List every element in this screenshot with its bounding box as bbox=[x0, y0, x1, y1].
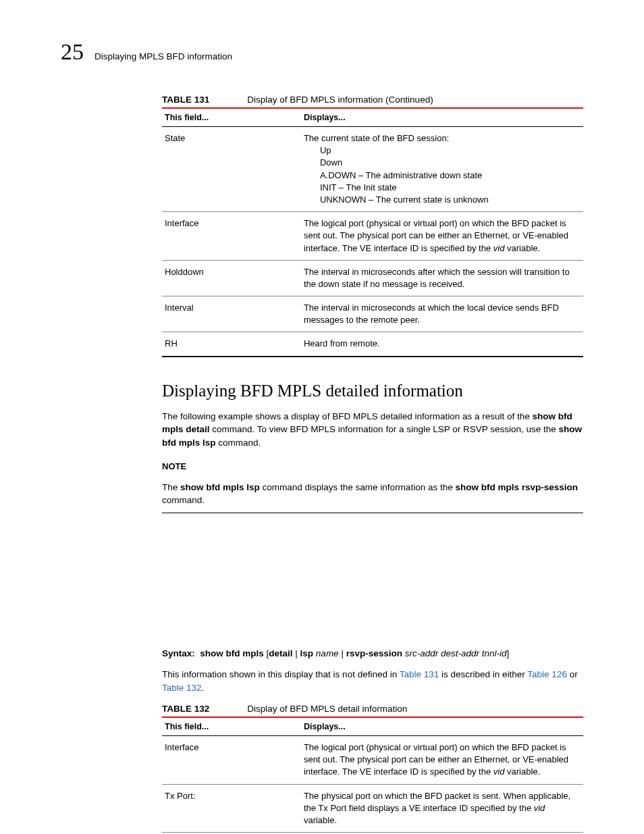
table-row: Interface The logical port (physical or … bbox=[162, 736, 583, 785]
syntax-label: Syntax: bbox=[162, 648, 195, 658]
command-text: show bfd mpls rsvp-session bbox=[455, 482, 578, 492]
syntax-option: detail bbox=[269, 648, 292, 658]
table-link[interactable]: Table 126 bbox=[527, 669, 567, 679]
text: The bbox=[162, 482, 180, 492]
text: | bbox=[293, 648, 300, 658]
section-paragraph: This information shown in this display t… bbox=[162, 668, 583, 694]
table-row: Interval The interval in microseconds at… bbox=[162, 296, 583, 332]
document-page: 25 Displaying MPLS BFD information TABLE… bbox=[0, 0, 644, 834]
table-link[interactable]: Table 131 bbox=[400, 669, 439, 679]
table-row: State The current state of the BFD sessi… bbox=[162, 127, 583, 212]
text: ] bbox=[507, 648, 510, 658]
table-row: Holddown The interval in microseconds af… bbox=[162, 260, 583, 296]
table132-caption: TABLE 132 Display of BFD MPLS detail inf… bbox=[162, 704, 583, 718]
table131-head-field: This field... bbox=[162, 109, 301, 127]
text: or bbox=[567, 669, 578, 679]
table-cell-field: Interface bbox=[162, 212, 301, 261]
table-link[interactable]: Table 132 bbox=[162, 683, 202, 693]
text: | bbox=[339, 648, 346, 658]
syntax-command: show bfd mpls bbox=[200, 648, 264, 658]
table-cell-field: State bbox=[162, 127, 301, 212]
command-text: show bfd mpls lsp bbox=[180, 482, 260, 492]
table131-label: TABLE 131 bbox=[162, 95, 209, 105]
text: command. bbox=[162, 495, 205, 505]
table132-head-field: This field... bbox=[162, 718, 301, 736]
table-cell-displays: The logical port (physical or virtual po… bbox=[301, 736, 583, 785]
table-cell-displays: Heard from remote. bbox=[301, 332, 583, 357]
text: This information shown in this display t… bbox=[162, 669, 400, 679]
note-label: NOTE bbox=[162, 461, 583, 471]
table131-caption: TABLE 131 Display of BFD MPLS informatio… bbox=[162, 95, 583, 109]
text: The following example shows a display of… bbox=[162, 411, 533, 421]
cell-text: The physical port on which the BFD packe… bbox=[304, 791, 570, 825]
table131-head-displays: Displays... bbox=[301, 109, 583, 127]
table-cell-displays: The logical port (physical or virtual po… bbox=[301, 212, 583, 261]
table-row: Interface The logical port (physical or … bbox=[162, 212, 583, 261]
table132: This field... Displays... Interface The … bbox=[162, 718, 583, 834]
syntax-option: lsp bbox=[300, 648, 314, 658]
cell-text: The logical port (physical or virtual po… bbox=[304, 218, 568, 253]
table132-wrapper: TABLE 132 Display of BFD MPLS detail inf… bbox=[162, 704, 583, 834]
table132-label: TABLE 132 bbox=[162, 704, 209, 714]
section-heading: Displaying BFD MPLS detailed information bbox=[162, 382, 583, 400]
table-cell-displays: The interval in microseconds after which… bbox=[301, 260, 583, 296]
text: command. bbox=[216, 438, 261, 448]
text: . bbox=[202, 683, 205, 693]
table-cell-field: RH bbox=[162, 332, 301, 357]
table-cell-displays: The physical port on which the BFD packe… bbox=[301, 784, 583, 833]
text: is described in either bbox=[439, 669, 527, 679]
table132-head-displays: Displays... bbox=[301, 718, 583, 736]
table132-title: Display of BFD MPLS detail information bbox=[247, 704, 407, 714]
content-area: TABLE 131 Display of BFD MPLS informatio… bbox=[162, 95, 583, 834]
cell-text: The logical port (physical or virtual po… bbox=[304, 742, 568, 777]
page-header-title: Displaying MPLS BFD information bbox=[95, 51, 232, 61]
section-paragraph: The following example shows a display of… bbox=[162, 410, 583, 450]
table131-title: Display of BFD MPLS information (Continu… bbox=[247, 95, 433, 105]
cell-text: A.DOWN – The administrative down state bbox=[304, 170, 581, 182]
syntax-option: rsvp-session bbox=[346, 648, 402, 658]
table-cell-displays: The current state of the BFD session: Up… bbox=[301, 127, 583, 212]
cell-text: The current state of the BFD session: bbox=[304, 133, 449, 143]
page-number: 25 bbox=[61, 39, 84, 65]
table131: This field... Displays... State The curr… bbox=[162, 109, 583, 357]
syntax-line: Syntax: show bfd mpls [detail | lsp name… bbox=[162, 648, 583, 658]
page-header: 25 Displaying MPLS BFD information bbox=[61, 39, 583, 65]
table-cell-field: Holddown bbox=[162, 260, 301, 296]
cell-text: UNKNOWN – The current state is unknown bbox=[304, 194, 581, 206]
cell-text: INIT – The Init state bbox=[304, 182, 581, 194]
table-cell-field: Interval bbox=[162, 296, 301, 332]
text: command displays the same information as… bbox=[260, 482, 456, 492]
syntax-arg: name bbox=[313, 648, 339, 658]
syntax-arg: src-addr dest-addr tnnl-id bbox=[402, 648, 507, 658]
text: command. To view BFD MPLS information fo… bbox=[210, 424, 559, 434]
table-row: Tx Port: The physical port on which the … bbox=[162, 784, 583, 833]
table-cell-field: Tx Port: bbox=[162, 784, 301, 833]
cell-text: Up bbox=[304, 145, 581, 157]
note-body: The show bfd mpls lsp command displays t… bbox=[162, 481, 583, 513]
cell-text: Down bbox=[304, 157, 581, 169]
table-cell-field: Interface bbox=[162, 736, 301, 785]
table-cell-displays: The interval in microseconds at which th… bbox=[301, 296, 583, 332]
table-row: RH Heard from remote. bbox=[162, 332, 583, 357]
